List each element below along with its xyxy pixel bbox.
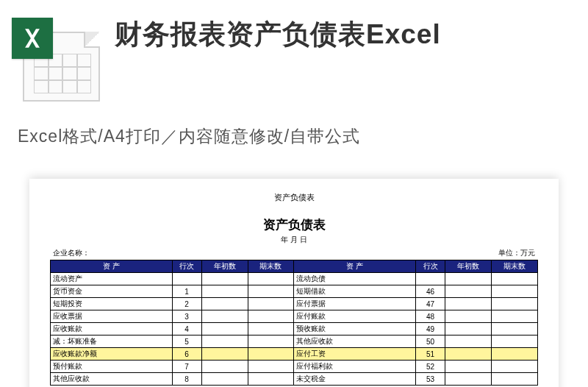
table-cell bbox=[445, 310, 492, 323]
table-cell bbox=[201, 298, 248, 310]
th-end-right: 期末数 bbox=[491, 260, 537, 273]
table-cell: 6 bbox=[172, 348, 201, 361]
table-row: 货币资金1短期借款46 bbox=[51, 285, 538, 298]
table-cell: 53 bbox=[416, 373, 445, 386]
th-line-right: 行次 bbox=[416, 260, 445, 273]
table-cell bbox=[491, 273, 537, 285]
table-cell bbox=[248, 273, 294, 285]
table-cell bbox=[445, 273, 492, 285]
table-cell: 流动负债 bbox=[294, 273, 416, 285]
excel-file-icon bbox=[12, 13, 100, 102]
table-cell bbox=[201, 310, 248, 323]
table-cell: 应收账款净额 bbox=[51, 348, 173, 361]
document-preview: 资产负债表 资产负债表 年 月 日 企业名称： 单位：万元 资 产 行次 年初数… bbox=[29, 179, 559, 387]
table-row: 应收账款净额6应付工资51 bbox=[51, 348, 538, 361]
th-open-left: 年初数 bbox=[201, 260, 248, 273]
table-cell bbox=[248, 285, 294, 298]
table-cell bbox=[491, 335, 537, 348]
table-cell bbox=[445, 373, 492, 386]
table-row: 减：坏账准备5其他应收款50 bbox=[51, 335, 538, 348]
table-cell: 46 bbox=[416, 285, 445, 298]
table-row: 其他应收款8未交税金53 bbox=[51, 373, 538, 386]
table-cell: 预付账款 bbox=[51, 361, 173, 373]
th-liab: 资 产 bbox=[294, 260, 416, 273]
balance-sheet-table: 资 产 行次 年初数 期末数 资 产 行次 年初数 期末数 流动资产流动负债货币… bbox=[50, 260, 538, 386]
company-label: 企业名称： bbox=[53, 248, 90, 258]
table-header-row: 资 产 行次 年初数 期末数 资 产 行次 年初数 期末数 bbox=[51, 260, 538, 273]
table-cell bbox=[248, 335, 294, 348]
excel-x-badge-icon bbox=[12, 18, 53, 59]
unit-label: 单位：万元 bbox=[498, 248, 535, 258]
table-cell: 49 bbox=[416, 323, 445, 335]
table-cell: 货币资金 bbox=[51, 285, 173, 298]
table-cell bbox=[248, 361, 294, 373]
table-cell bbox=[491, 310, 537, 323]
table-cell bbox=[201, 273, 248, 285]
table-cell bbox=[201, 348, 248, 361]
table-cell bbox=[248, 298, 294, 310]
table-cell: 短期投资 bbox=[51, 298, 173, 310]
preview-top-caption: 资产负债表 bbox=[50, 192, 538, 203]
table-cell bbox=[445, 348, 492, 361]
table-cell: 其他应收款 bbox=[51, 373, 173, 386]
table-cell: 47 bbox=[416, 298, 445, 310]
table-cell bbox=[248, 373, 294, 386]
table-cell: 预收账款 bbox=[294, 323, 416, 335]
table-cell: 流动资产 bbox=[51, 273, 173, 285]
table-cell bbox=[445, 335, 492, 348]
table-cell bbox=[172, 273, 201, 285]
table-cell bbox=[445, 285, 492, 298]
table-cell bbox=[491, 361, 537, 373]
table-cell bbox=[248, 310, 294, 323]
table-cell bbox=[491, 298, 537, 310]
preview-date-line: 年 月 日 bbox=[50, 235, 538, 245]
table-cell: 应付账款 bbox=[294, 310, 416, 323]
table-row: 应收账款4预收账款49 bbox=[51, 323, 538, 335]
table-row: 流动资产流动负债 bbox=[51, 273, 538, 285]
table-cell: 48 bbox=[416, 310, 445, 323]
table-cell bbox=[491, 323, 537, 335]
th-end-left: 期末数 bbox=[248, 260, 294, 273]
table-cell: 其他应收款 bbox=[294, 335, 416, 348]
table-cell bbox=[445, 323, 492, 335]
preview-main-title: 资产负债表 bbox=[50, 216, 538, 233]
table-cell: 8 bbox=[172, 373, 201, 386]
page-title: 财务报表资产负债表Excel bbox=[115, 16, 570, 53]
table-cell: 5 bbox=[172, 335, 201, 348]
table-cell: 3 bbox=[172, 310, 201, 323]
table-cell bbox=[248, 348, 294, 361]
table-row: 预付账款7应付福利款52 bbox=[51, 361, 538, 373]
table-cell bbox=[445, 298, 492, 310]
table-cell bbox=[201, 373, 248, 386]
page-subtitle: Excel格式/A4打印／内容随意修改/自带公式 bbox=[0, 109, 588, 166]
table-cell: 应收账款 bbox=[51, 323, 173, 335]
th-line-left: 行次 bbox=[172, 260, 201, 273]
table-cell: 2 bbox=[172, 298, 201, 310]
table-cell bbox=[491, 373, 537, 386]
table-cell: 52 bbox=[416, 361, 445, 373]
table-cell: 减：坏账准备 bbox=[51, 335, 173, 348]
table-cell: 1 bbox=[172, 285, 201, 298]
th-asset: 资 产 bbox=[51, 260, 173, 273]
table-row: 短期投资2应付票据47 bbox=[51, 298, 538, 310]
table-cell bbox=[201, 361, 248, 373]
th-open-right: 年初数 bbox=[445, 260, 492, 273]
table-cell bbox=[201, 323, 248, 335]
table-cell: 应付票据 bbox=[294, 298, 416, 310]
table-cell bbox=[416, 273, 445, 285]
table-row: 应收票据3应付账款48 bbox=[51, 310, 538, 323]
table-cell: 应付福利款 bbox=[294, 361, 416, 373]
table-cell: 短期借款 bbox=[294, 285, 416, 298]
table-cell: 应付工资 bbox=[294, 348, 416, 361]
table-cell: 50 bbox=[416, 335, 445, 348]
table-cell bbox=[201, 285, 248, 298]
table-cell: 51 bbox=[416, 348, 445, 361]
table-cell bbox=[445, 361, 492, 373]
table-cell: 7 bbox=[172, 361, 201, 373]
table-cell: 4 bbox=[172, 323, 201, 335]
table-cell bbox=[491, 285, 537, 298]
table-cell bbox=[491, 348, 537, 361]
table-cell bbox=[201, 335, 248, 348]
table-cell: 应收票据 bbox=[51, 310, 173, 323]
table-cell: 未交税金 bbox=[294, 373, 416, 386]
